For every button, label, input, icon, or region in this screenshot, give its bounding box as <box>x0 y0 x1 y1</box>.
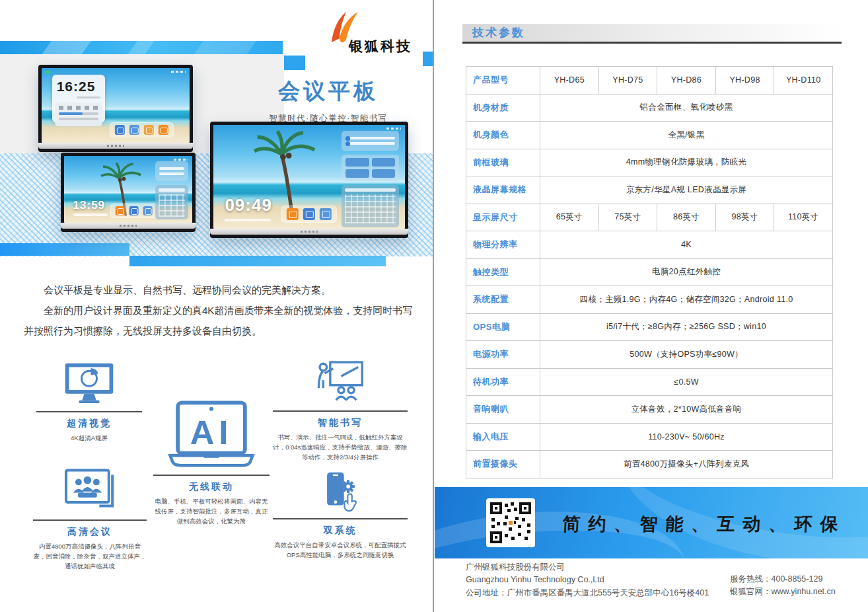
footer-contact-block: 服务热线：400-8855-129 银狐官网：www.yinhu.net.cn <box>730 573 849 599</box>
spec-value: 铝合金面框、氧化喷砂黑 <box>540 94 833 122</box>
table-row: 系统配置 四核；主频1.9G；内存4G；储存空间32G；Android 11.0 <box>466 286 833 314</box>
table-row: 液晶屏幕规格 京东方/华星A规 LED液晶显示屏 <box>466 176 833 204</box>
feature-title: 智能书写 <box>273 417 408 429</box>
spec-value: 立体音效，2*10W高低音音响 <box>540 396 833 424</box>
product-panel-medium: 13:59 <box>61 153 196 232</box>
spec-value: 65英寸 <box>540 204 599 231</box>
spec-label: 音响喇叭 <box>466 396 540 424</box>
video-meeting-icon <box>33 467 147 514</box>
spec-label: 物理分辨率 <box>466 231 540 259</box>
slogan-banner: 简约、智能、互动、环保 <box>435 487 868 558</box>
bottom-blue-band <box>0 243 129 256</box>
spec-label: 液晶屏幕规格 <box>466 176 540 204</box>
top-blue-band <box>0 41 283 54</box>
product-panel-small: 16:25 <box>38 65 193 152</box>
panel-screen: 09:49 <box>213 125 405 229</box>
svg-text:AI: AI <box>190 414 233 451</box>
spec-value: YH-D110 <box>774 67 833 95</box>
page-divider <box>433 0 434 612</box>
table-row: 机身颜色 全黑/银黑 <box>466 122 833 149</box>
side-widgets <box>155 161 188 219</box>
table-row: OPS电脑 i5/i7十代；≥8G内存；≥256G SSD；win10 <box>466 313 833 341</box>
table-row: 产品型号 YH-D65 YH-D75 YH-D86 YH-D98 YH-D110 <box>466 67 833 95</box>
table-row: 物理分辨率 4K <box>466 231 833 259</box>
settings-widget <box>55 102 103 126</box>
spec-label: 显示屏尺寸 <box>466 204 540 231</box>
footer-company-block: 广州银狐科技股份有限公司 Guangzhou Yinhu Technology … <box>466 561 717 599</box>
table-row: 电源功率 500W（支持OPS功率≤90W） <box>466 341 833 369</box>
feature-desc: 高效会议平台自带安卓会议系统，可配置插拔式OPS高性能电脑，多系统之间随意切换 <box>273 540 408 560</box>
logo-text: 银狐科技 <box>349 37 412 56</box>
app-dock <box>110 122 174 137</box>
spec-label: 产品型号 <box>466 67 540 95</box>
feature-ultra-hd: 超清视觉 4K超清A规屏 <box>36 362 142 443</box>
table-row: 显示屏尺寸 65英寸 75英寸 86英寸 98英寸 110英寸 <box>466 204 833 231</box>
blue-accent-square <box>284 56 305 70</box>
feature-smart-writing: 智能书写 书写、演示、批注一气呵成，低触红外方案设计，0.04s迅速响应，支持手… <box>273 360 408 463</box>
panel-speaker-bar <box>210 229 408 235</box>
spec-value: 京东方/华星A规 LED液晶显示屏 <box>540 176 833 204</box>
spec-label: 触控类型 <box>466 258 540 286</box>
spec-value: 110-230V~ 50/60Hz <box>540 423 833 451</box>
spec-label: 输入电压 <box>466 423 540 451</box>
spec-label: 系统配置 <box>466 286 540 314</box>
spec-value: 86英寸 <box>657 204 716 231</box>
company-name-cn: 广州银狐科技股份有限公司 <box>466 561 717 574</box>
panel-screen: 13:59 <box>64 156 192 223</box>
spec-value: 4K <box>540 231 833 259</box>
feature-hd-meeting: 高清会议 内置4800万高清摄像头，八阵列拾音麦，回音消除，除杂音，双声道立体声… <box>33 467 147 572</box>
table-row: 输入电压 110-230V~ 50/60Hz <box>466 423 833 451</box>
right-page: 技术参数 产品型号 YH-D65 YH-D75 YH-D86 YH-D98 YH… <box>435 0 868 612</box>
toggle-widget <box>342 155 399 181</box>
panel-clock: 13:59 <box>73 199 105 212</box>
spec-value: 98英寸 <box>715 204 774 231</box>
section-header: 技术参数 <box>462 24 842 44</box>
clock-widget: 16:25 <box>52 75 106 122</box>
qr-code <box>486 498 535 547</box>
panel-speaker-bar <box>38 143 193 149</box>
table-row: 前置摄像头 前置4800万摄像头+八阵列麦克风 <box>466 451 833 478</box>
side-widgets <box>342 131 399 227</box>
spec-value: YH-D86 <box>657 67 716 95</box>
table-row: 待机功率 ≤0.5W <box>466 368 833 396</box>
panel-clock: 16:25 <box>57 79 101 95</box>
spec-label: 前框玻璃 <box>466 149 540 176</box>
section-title: 技术参数 <box>462 24 525 42</box>
feature-title: 高清会议 <box>33 526 147 538</box>
spec-table: 产品型号 YH-D65 YH-D75 YH-D86 YH-D98 YH-D110… <box>466 66 833 478</box>
table-row: 触控类型 电脑20点红外触控 <box>466 258 833 286</box>
table-row: 机身材质 铝合金面框、氧化喷砂黑 <box>466 94 833 122</box>
product-panel-large: 09:49 <box>210 122 408 238</box>
spec-value: 75英寸 <box>598 204 657 231</box>
spec-value: 4mm物理钢化防爆玻璃，防眩光 <box>540 149 833 176</box>
spec-value: 四核；主频1.9G；内存4G；储存空间32G；Android 11.0 <box>540 286 833 314</box>
spec-label: 电源功率 <box>466 341 540 369</box>
spec-label: 机身颜色 <box>466 122 540 149</box>
panel-screen: 16:25 <box>42 68 190 143</box>
bottom-blue-band <box>129 256 386 266</box>
banner-slogan: 简约、智能、互动、环保 <box>560 512 849 536</box>
spec-value: 全黑/银黑 <box>540 122 833 149</box>
laptop-ai-icon: AI <box>153 401 270 469</box>
phone-gear-icon <box>273 471 408 513</box>
intro-paragraph-1: 会议平板是专业显示、自然书写、远程协同会议的完美解决方案。 <box>24 280 421 301</box>
spec-value: 前置4800万摄像头+八阵列麦克风 <box>540 451 833 478</box>
table-row: 前框玻璃 4mm物理钢化防爆玻璃，防眩光 <box>466 149 833 176</box>
spec-label: 机身材质 <box>466 94 540 122</box>
presenter-icon <box>273 360 408 405</box>
spec-value: YH-D65 <box>540 67 599 95</box>
feature-desc: 4K超清A规屏 <box>36 433 142 443</box>
feature-title: 双系统 <box>273 525 408 537</box>
feature-title: 无线联动 <box>153 481 270 493</box>
brand-logo: 银狐科技 <box>322 9 435 57</box>
title-block: 会议平板 智慧时代·随心掌控·智能书写 <box>233 77 424 124</box>
spec-value: YH-D98 <box>715 67 774 95</box>
spec-value: YH-D75 <box>598 67 657 95</box>
company-name-en: Guangzhou Yinhu Technology Co.,Ltd <box>466 574 717 586</box>
spec-label: OPS电脑 <box>466 313 540 341</box>
spec-value: 电脑20点红外触控 <box>540 258 833 286</box>
page-title: 会议平板 <box>233 77 424 106</box>
left-page: 银狐科技 会议平板 智慧时代·随心掌控·智能书写 16:25 <box>0 0 433 612</box>
app-dock <box>281 206 336 223</box>
spec-value: 500W（支持OPS功率≤90W） <box>540 341 833 369</box>
